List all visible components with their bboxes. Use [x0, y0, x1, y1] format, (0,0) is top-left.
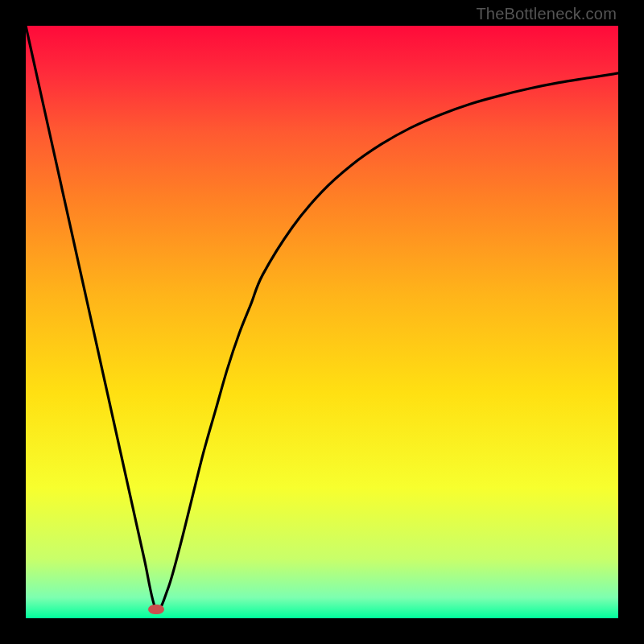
plot-frame: [26, 26, 618, 618]
plot-svg: [26, 26, 618, 618]
minimum-marker: [148, 605, 164, 614]
gradient-background: [26, 26, 618, 618]
watermark-text: TheBottleneck.com: [476, 5, 617, 23]
